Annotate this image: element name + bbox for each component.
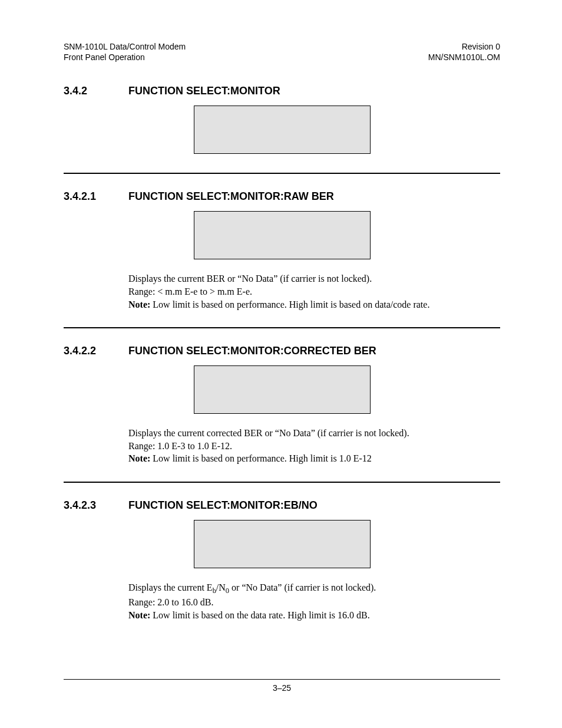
section-body: Displays the current corrected BER or “N… xyxy=(128,427,500,465)
display-box-wrap xyxy=(64,211,500,262)
note-text: Low limit is based on performance. High … xyxy=(150,299,429,309)
body-line: Displays the current corrected BER or “N… xyxy=(128,427,500,440)
section-heading: 3.4.2.2 FUNCTION SELECT:MONITOR:CORRECTE… xyxy=(64,345,500,357)
section-title: FUNCTION SELECT:MONITOR:CORRECTED BER xyxy=(128,345,500,357)
lcd-display-box xyxy=(194,365,371,414)
display-box-wrap xyxy=(64,520,500,571)
body-suffix: or “No Data” (if carrier is not locked). xyxy=(229,582,376,592)
lcd-display-box xyxy=(194,520,371,568)
section-divider xyxy=(64,482,500,483)
note-line: Note: Low limit is based on performance.… xyxy=(128,452,500,465)
note-line: Note: Low limit is based on performance.… xyxy=(128,298,500,311)
section-heading: 3.4.2 FUNCTION SELECT:MONITOR xyxy=(64,85,500,97)
body-line: Range: 2.0 to 16.0 dB. xyxy=(128,596,500,609)
page-header: SNM-1010L Data/Control Modem Front Panel… xyxy=(64,41,500,62)
lcd-display-box xyxy=(194,211,371,259)
body-mid: /N xyxy=(216,582,226,592)
note-text: Low limit is based on performance. High … xyxy=(150,453,372,463)
display-box-wrap xyxy=(64,365,500,416)
section-3422: 3.4.2.2 FUNCTION SELECT:MONITOR:CORRECTE… xyxy=(64,345,500,483)
note-line: Note: Low limit is based on the data rat… xyxy=(128,609,500,622)
section-title: FUNCTION SELECT:MONITOR xyxy=(128,85,500,97)
section-title: FUNCTION SELECT:MONITOR:RAW BER xyxy=(128,190,500,203)
body-prefix: Displays the current E xyxy=(128,582,213,592)
header-right: Revision 0 MN/SNM1010L.OM xyxy=(428,41,500,62)
header-doc-section: Front Panel Operation xyxy=(64,52,186,62)
page-number: 3–25 xyxy=(64,683,500,693)
body-line: Range: < m.m E-e to > m.m E-e. xyxy=(128,285,500,298)
note-text: Low limit is based on the data rate. Hig… xyxy=(150,610,369,620)
header-doc-title: SNM-1010L Data/Control Modem xyxy=(64,41,186,52)
section-342: 3.4.2 FUNCTION SELECT:MONITOR xyxy=(64,85,500,174)
section-body: Displays the current BER or “No Data” (i… xyxy=(128,272,500,311)
body-line: Range: 1.0 E-3 to 1.0 E-12. xyxy=(128,440,500,453)
note-label: Note: xyxy=(128,299,150,309)
section-heading: 3.4.2.3 FUNCTION SELECT:MONITOR:EB/NO xyxy=(64,499,500,512)
note-label: Note: xyxy=(128,610,150,620)
section-body: Displays the current Eb/N0 or “No Data” … xyxy=(128,581,500,621)
header-revision: Revision 0 xyxy=(428,41,500,52)
header-manual-id: MN/SNM1010L.OM xyxy=(428,52,500,62)
section-3421: 3.4.2.1 FUNCTION SELECT:MONITOR:RAW BER … xyxy=(64,190,500,328)
section-number: 3.4.2.1 xyxy=(64,190,128,203)
section-heading: 3.4.2.1 FUNCTION SELECT:MONITOR:RAW BER xyxy=(64,190,500,203)
footer-divider xyxy=(64,679,500,680)
page-footer: 3–25 xyxy=(64,679,500,693)
section-number: 3.4.2.2 xyxy=(64,345,128,357)
section-title: FUNCTION SELECT:MONITOR:EB/NO xyxy=(128,499,500,512)
header-left: SNM-1010L Data/Control Modem Front Panel… xyxy=(64,41,186,62)
section-number: 3.4.2 xyxy=(64,85,128,97)
body-line: Displays the current Eb/N0 or “No Data” … xyxy=(128,581,500,596)
note-label: Note: xyxy=(128,453,150,463)
section-number: 3.4.2.3 xyxy=(64,499,128,512)
page: SNM-1010L Data/Control Modem Front Panel… xyxy=(0,0,562,728)
body-line: Displays the current BER or “No Data” (i… xyxy=(128,272,500,285)
display-box-wrap xyxy=(64,106,500,156)
section-divider xyxy=(64,327,500,328)
section-divider xyxy=(64,173,500,174)
lcd-display-box xyxy=(194,106,371,154)
section-3423: 3.4.2.3 FUNCTION SELECT:MONITOR:EB/NO Di… xyxy=(64,499,500,621)
